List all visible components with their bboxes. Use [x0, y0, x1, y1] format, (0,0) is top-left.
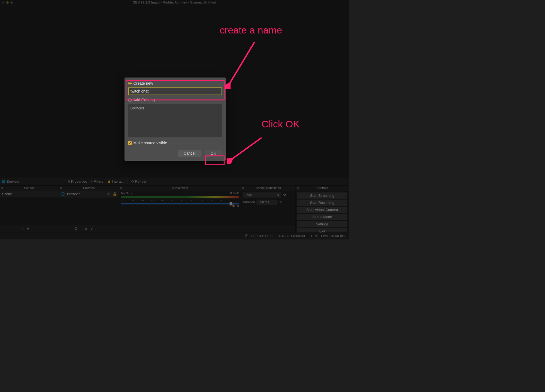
svg-line-1	[230, 138, 262, 160]
create-new-radio[interactable]: Create new	[128, 81, 222, 86]
annotation-text-create-name: create a name	[220, 24, 282, 36]
add-existing-radio[interactable]: Add Existing	[128, 98, 222, 103]
source-name-input[interactable]	[128, 87, 222, 95]
cancel-button[interactable]: Cancel	[178, 150, 201, 157]
radio-unselected-icon	[128, 99, 132, 102]
annotation-text-click-ok: Click OK	[262, 118, 299, 130]
existing-source-item[interactable]: Browser	[130, 106, 220, 111]
existing-sources-list[interactable]: Browser	[128, 104, 222, 137]
create-source-dialog: Create new Add Existing Browser ✓ Make s…	[125, 78, 226, 161]
annotation-arrow-1	[225, 40, 256, 89]
ok-button[interactable]: OK	[205, 150, 222, 157]
svg-line-0	[228, 42, 255, 85]
checkbox-checked-icon: ✓	[128, 141, 132, 145]
radio-selected-icon	[128, 82, 132, 85]
annotation-arrow-2	[227, 136, 265, 164]
make-visible-checkbox[interactable]: ✓ Make source visible	[128, 141, 222, 145]
